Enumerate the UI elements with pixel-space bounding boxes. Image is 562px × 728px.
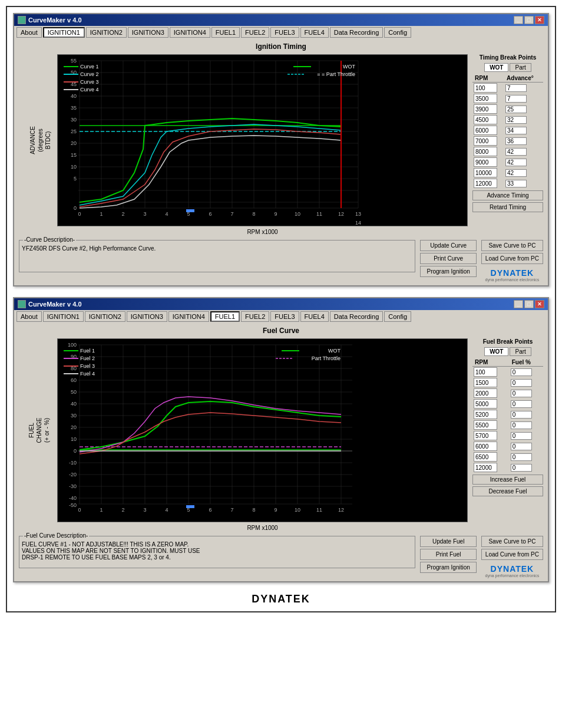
minimize-btn-1[interactable]: _ [514,16,523,24]
program-ignition-btn-1[interactable]: Program Ignition [420,266,476,277]
svg-text:7: 7 [230,507,233,513]
fuel-rpm-input-1[interactable] [474,378,497,387]
menu-fuel1-2[interactable]: FUEL1 [210,311,240,322]
advance-input-0[interactable] [505,84,527,92]
rpm-input-0[interactable] [474,83,497,93]
chart-left-1: ADVANCE(degreesBTDC) [19,54,468,235]
retard-timing-btn[interactable]: Retard Timing [472,202,543,212]
wot-tab-2[interactable]: WOT [484,347,508,356]
svg-text:20: 20 [71,140,77,146]
update-fuel-btn[interactable]: Update Fuel [420,536,476,547]
minimize-btn-2[interactable]: _ [514,300,523,308]
rpm-input-8[interactable] [474,168,497,177]
advance-input-8[interactable] [505,169,527,177]
load-curve-btn[interactable]: Load Curve from PC [481,253,543,264]
fuel-rpm-input-7[interactable] [474,442,497,451]
svg-text:Fuel 2: Fuel 2 [80,355,95,361]
advance-input-2[interactable] [505,106,527,113]
col-rpm-2: RPM [472,358,510,367]
fuel-rpm-input-3[interactable] [474,399,497,409]
fuel-input-6[interactable] [511,432,532,440]
rpm-input-5[interactable] [474,136,497,146]
rpm-input-6[interactable] [474,147,497,156]
fuel-rpm-input-6[interactable] [474,431,497,440]
decrease-fuel-btn[interactable]: Decrease Fuel [472,486,543,496]
menu-fuel1-1[interactable]: FUEL1 [211,27,240,38]
save-curve-btn[interactable]: Save Curve to PC [481,240,543,251]
menu-fuel4-1[interactable]: FUEL4 [300,27,329,38]
menu-about-2[interactable]: About [16,311,42,322]
fuel-input-9[interactable] [511,464,532,472]
fuel-rpm-input-0[interactable] [474,367,497,377]
maximize-btn-1[interactable]: □ [524,16,534,24]
rpm-input-1[interactable] [474,94,497,103]
advance-input-6[interactable] [505,148,527,156]
fuel-input-5[interactable] [511,421,532,429]
menu-ign4-2[interactable]: IGNITION4 [168,311,209,322]
menu-ign1-2[interactable]: IGNITION1 [43,311,84,322]
menu-ign3-2[interactable]: IGNITION3 [127,311,167,322]
menu-about-1[interactable]: About [16,27,42,38]
rpm-input-9[interactable] [474,179,497,188]
fuel-rpm-input-2[interactable] [474,388,497,398]
maximize-btn-2[interactable]: □ [524,300,534,308]
fuel-val-cell-8 [510,452,543,462]
program-ignition-btn-2[interactable]: Program Ignition [420,562,476,573]
svg-text:-50: -50 [69,502,77,508]
rpm-input-3[interactable] [474,115,497,124]
fuel-rpm-input-9[interactable] [474,463,497,472]
increase-fuel-btn[interactable]: Increase Fuel [472,475,543,485]
chart-wrapper-1: ADVANCE(degreesBTDC) [57,54,468,226]
save-fuel-btn[interactable]: Save Curve to PC [481,536,543,547]
print-fuel-btn[interactable]: Print Fuel [420,549,476,560]
rpm-input-4[interactable] [474,126,497,135]
close-btn-1[interactable]: ✕ [535,16,544,24]
advance-timing-btn[interactable]: Advance Timing [472,190,543,200]
menu-ign2-1[interactable]: IGNITION2 [86,27,127,38]
close-btn-2[interactable]: ✕ [535,300,544,308]
menu-config-1[interactable]: Config [384,27,411,38]
fuel-rpm-input-4[interactable] [474,410,497,419]
print-curve-btn[interactable]: Print Curve [420,253,476,264]
fuel-rpm-input-8[interactable] [474,452,497,462]
y-axis-label-2: FUELCHANGE(+ or - %) [28,418,51,443]
fuel-input-0[interactable] [511,368,532,376]
update-curve-btn[interactable]: Update Curve [420,240,476,251]
rpm-input-7[interactable] [474,157,497,167]
menu-config-2[interactable]: Config [384,311,411,322]
menu-fuel4-2[interactable]: FUEL4 [300,311,329,322]
advance-input-9[interactable] [505,180,527,187]
menu-ign2-2[interactable]: IGNITION2 [85,311,125,322]
chart-panel-2: FUELCHANGE(+ or - %) [19,338,543,531]
fuel-input-1[interactable] [511,379,532,387]
advance-input-5[interactable] [505,137,527,145]
menu-fuel3-2[interactable]: FUEL3 [270,311,299,322]
menu-datarec-1[interactable]: Data Recording [330,27,383,38]
fuel-input-8[interactable] [511,453,532,461]
rpm-input-2[interactable] [474,104,497,114]
dynatek-logo-1: DYNATEK dyna performance electronics [481,268,543,282]
section-title-1: Ignition Timing [19,42,543,51]
fuel-rpm-input-5[interactable] [474,420,497,430]
advance-input-1[interactable] [505,95,527,103]
menu-ign1-1[interactable]: IGNITION1 [43,27,85,38]
load-fuel-btn[interactable]: Load Curve from PC [481,549,543,560]
advance-input-7[interactable] [505,159,527,166]
advance-input-3[interactable] [505,116,527,124]
menu-ign4-1[interactable]: IGNITION4 [170,27,210,38]
fuel-input-7[interactable] [511,443,532,450]
fuel-input-4[interactable] [511,411,532,419]
menu-ign3-1[interactable]: IGNITION3 [128,27,168,38]
part-tab-2[interactable]: Part [510,347,531,356]
menu-fuel2-1[interactable]: FUEL2 [241,27,269,38]
fuel-input-2[interactable] [511,390,532,397]
menu-datarec-2[interactable]: Data Recording [330,311,383,322]
part-tab-1[interactable]: Part [510,63,531,72]
menu-fuel3-1[interactable]: FUEL3 [270,27,299,38]
menu-fuel2-2[interactable]: FUEL2 [241,311,269,322]
advance-input-4[interactable] [505,127,527,134]
wot-tab-1[interactable]: WOT [484,63,508,72]
svg-text:10: 10 [71,164,77,170]
bp-title-2: Fuel Break Points [472,338,543,345]
fuel-input-3[interactable] [511,400,532,408]
